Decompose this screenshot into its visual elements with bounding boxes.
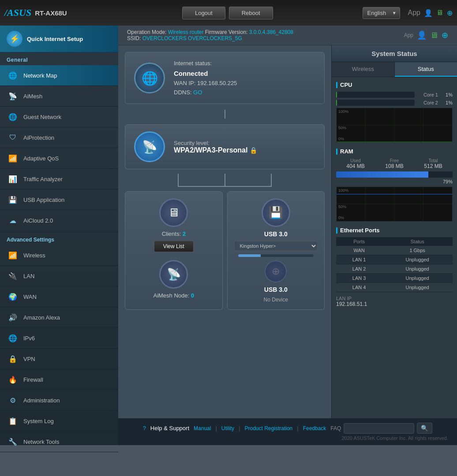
user-icon[interactable]: 👤 — [424, 9, 433, 17]
ssid2-value[interactable]: OVERCLOCKERS_5G — [188, 35, 242, 41]
network-tools-icon: 🔧 — [7, 435, 19, 448]
sep-3: | — [297, 425, 298, 431]
usb-icon[interactable]: ⊕ — [447, 9, 453, 17]
lock-icon: 🔒 — [250, 147, 257, 154]
faq-search-button[interactable]: 🔍 — [417, 423, 432, 434]
ddns-link[interactable]: GO — [193, 89, 202, 96]
user-info-icon[interactable]: 👤 — [417, 30, 427, 40]
sidebar-item-ipv6[interactable]: 🌐 IPv6 — [0, 328, 118, 349]
usb-drive-icon: 💾 — [262, 198, 290, 227]
firewall-icon: 🔥 — [7, 373, 19, 386]
usb-info-icon[interactable]: ⊕ — [442, 30, 448, 40]
app-text: App — [404, 32, 413, 38]
language-select[interactable]: English — [363, 7, 400, 19]
sidebar-item-usb-application[interactable]: 💾 USB Application — [0, 190, 118, 210]
network-map-icon: 🌐 — [7, 69, 19, 82]
sidebar-item-network-map[interactable]: 🌐 Network Map — [0, 65, 118, 86]
sidebar-section-general: General — [0, 52, 118, 65]
main-layout: ⚡ Quick Internet Setup General 🌐 Network… — [0, 26, 457, 445]
usb-device-select[interactable]: Kingston Hyper> — [234, 241, 318, 251]
ssid-label: SSID: — [127, 35, 141, 41]
ddns-row: DDNS: GO — [174, 88, 237, 97]
wan-ip-value: 192.168.50.225 — [197, 80, 237, 86]
sidebar-item-lan[interactable]: 🔌 LAN — [0, 266, 118, 286]
port-lan4: LAN 4 — [336, 283, 382, 292]
h-connector — [151, 174, 298, 187]
lan-ip-value: 192.168.51.1 — [336, 301, 453, 307]
clients-count: Clients: 2 — [162, 231, 186, 237]
reboot-button[interactable]: Reboot — [229, 7, 273, 19]
ram-pct: 79% — [336, 179, 453, 184]
cpu-title: CPU — [336, 82, 453, 88]
quick-internet-label: Quick Internet Setup — [27, 36, 83, 42]
footer: ? Help & Support Manual | Utility | Prod… — [118, 418, 457, 445]
sidebar-item-guest-network[interactable]: 🌐 Guest Network — [0, 107, 118, 127]
monitor-info-icon[interactable]: 🖥 — [430, 31, 438, 40]
port-lan2: LAN 2 — [336, 264, 382, 274]
status-content: CPU Core 1 1% — [332, 77, 457, 418]
internet-globe-icon: 🌐 — [134, 63, 165, 93]
operation-mode-value[interactable]: Wireless router — [168, 29, 205, 35]
ram-chart-top-label: 100% — [338, 188, 348, 193]
ram-total-label: Total — [424, 158, 442, 163]
sidebar-item-wan[interactable]: 🌍 WAN — [0, 286, 118, 307]
ssid1-value[interactable]: OVERCLOCKERS — [142, 35, 188, 41]
logout-button[interactable]: Logout — [182, 7, 225, 19]
sidebar-item-traffic-analyzer[interactable]: 📊 Traffic Analyzer — [0, 169, 118, 190]
sidebar-item-amazon-alexa[interactable]: 🔊 Amazon Alexa — [0, 307, 118, 328]
usb-bottom-title: USB 3.0 — [264, 286, 288, 293]
clients-card: 🖥 Clients: 2 View List 📡 AiMesh Node: 0 — [125, 191, 223, 310]
quick-internet-setup[interactable]: ⚡ Quick Internet Setup — [0, 26, 118, 52]
sidebar-item-adaptive-qos[interactable]: 📶 Adaptive QoS — [0, 148, 118, 169]
firmware-value[interactable]: 3.0.0.4.386_42808 — [249, 29, 293, 35]
sidebar-label-aicloud: AiCloud 2.0 — [23, 217, 53, 224]
connector-line-1 — [225, 110, 225, 119]
footer-link-manual[interactable]: Manual — [194, 425, 211, 431]
tab-wireless[interactable]: Wireless — [332, 62, 395, 77]
info-bar-icons: App 👤 🖥 ⊕ — [404, 30, 448, 40]
sidebar-item-administration[interactable]: ⚙ Administration — [0, 390, 118, 411]
tab-status[interactable]: Status — [395, 62, 457, 77]
footer-link-utility[interactable]: Utility — [221, 425, 234, 431]
sidebar-item-network-tools[interactable]: 🔧 Network Tools — [0, 431, 118, 452]
usb-title: USB 3.0 — [264, 231, 288, 238]
status-tabs: Wireless Status — [332, 62, 457, 77]
h-line — [178, 186, 272, 187]
internet-status-card: 🌐 Internet status: Connected WAN IP: 192… — [125, 52, 325, 104]
bottom-cards: 🖥 Clients: 2 View List 📡 AiMesh Node: 0 — [125, 191, 325, 310]
sidebar-item-aimesh[interactable]: 📡 AiMesh — [0, 86, 118, 107]
system-status-header: System Status — [332, 45, 457, 62]
usb-usage-fill — [238, 254, 261, 257]
sidebar-item-aiprotection[interactable]: 🛡 AiProtection — [0, 127, 118, 148]
aimesh-icon-card: 📡 — [159, 260, 188, 289]
operation-mode-label: Operation Mode: — [127, 29, 166, 35]
sidebar-label-aimesh: AiMesh — [23, 93, 42, 100]
sidebar-item-system-log[interactable]: 📋 System Log — [0, 411, 118, 431]
adaptive-qos-icon: 📶 — [7, 152, 19, 164]
ram-stats-row: Used 404 MB Free 108 MB Total 512 MB — [336, 158, 453, 169]
ram-free-label: Free — [385, 158, 403, 163]
sidebar-item-aicloud[interactable]: ☁ AiCloud 2.0 — [0, 210, 118, 231]
footer-link-feedback[interactable]: Feedback — [303, 425, 326, 431]
port-lan3-status: Unplugged — [382, 274, 453, 283]
eth-col-status: Status — [382, 237, 453, 246]
sidebar-item-vpn[interactable]: 🔒 VPN — [0, 349, 118, 369]
traffic-analyzer-icon: 📊 — [7, 173, 19, 185]
cpu-core1-bar — [336, 92, 337, 98]
model-name: RT-AX68U — [35, 9, 67, 17]
app-label: App — [408, 9, 420, 17]
internet-info: Internet status: Connected WAN IP: 192.1… — [174, 59, 237, 97]
content-area: Operation Mode: Wireless router Firmware… — [118, 26, 457, 445]
sidebar-item-wireless[interactable]: 📶 Wireless — [0, 245, 118, 266]
ram-section: RAM Used 404 MB Free 108 MB — [336, 148, 453, 222]
monitor-icon[interactable]: 🖥 — [436, 9, 443, 17]
wan-icon: 🌍 — [7, 290, 19, 303]
language-area: English ▼ App 👤 🖥 ⊕ — [363, 7, 453, 19]
cpu-core2-bar-container — [336, 100, 415, 106]
faq-search-input[interactable] — [344, 423, 414, 434]
footer-link-product-reg[interactable]: Product Registration — [245, 425, 293, 431]
cpu-core2-bar — [336, 100, 337, 106]
view-list-button[interactable]: View List — [154, 241, 194, 252]
sidebar-item-firewall[interactable]: 🔥 Firewall — [0, 369, 118, 390]
cpu-chart-mid-label: 50% — [338, 126, 346, 130]
